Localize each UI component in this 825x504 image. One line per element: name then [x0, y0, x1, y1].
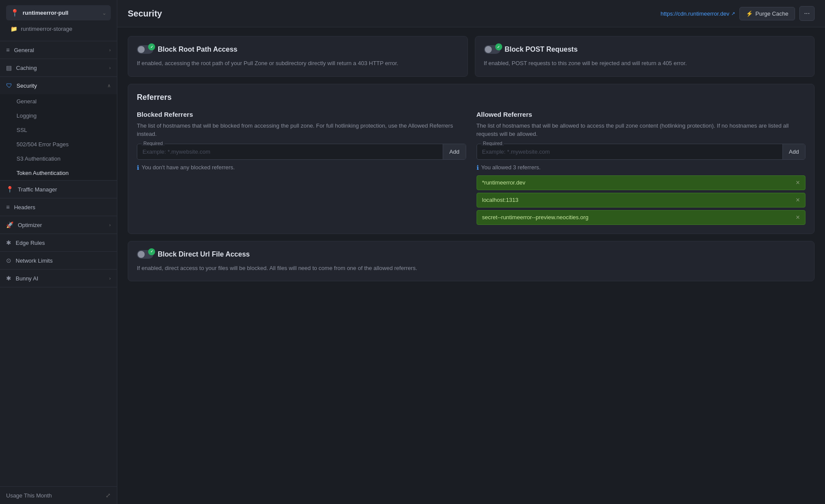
- referrers-title: Referrers: [137, 93, 805, 102]
- cdn-link-text: https://cdn.runtimeerror.dev: [661, 10, 729, 17]
- traffic-manager-icon: 📍: [6, 186, 13, 193]
- sidebar-item-general[interactable]: General: [0, 94, 117, 109]
- sidebar-item-error-pages[interactable]: 502/504 Error Pages: [0, 137, 117, 152]
- main-header: Security https://cdn.runtimeerror.dev ↗ …: [117, 0, 825, 27]
- info-icon-allowed: ℹ: [477, 164, 479, 171]
- nav-optimizer[interactable]: 🚀 Optimizer ›: [0, 216, 117, 234]
- block-post-title: Block POST Requests: [505, 46, 578, 53]
- referrer-tag-2-remove[interactable]: ×: [796, 214, 800, 221]
- block-post-header: ✓ Block POST Requests: [484, 45, 806, 54]
- nav-headers[interactable]: ≡ Headers: [0, 198, 117, 216]
- blocked-empty-message: ℹ You don't have any blocked referrers.: [137, 164, 466, 171]
- cdn-link[interactable]: https://cdn.runtimeerror.dev ↗: [661, 10, 735, 17]
- external-link-icon: ↗: [731, 11, 735, 16]
- nav-traffic-manager[interactable]: 📍 Traffic Manager: [0, 181, 117, 198]
- nav-optimizer-label: Optimizer: [18, 222, 105, 228]
- sidebar-item-logging[interactable]: Logging: [0, 109, 117, 123]
- referrer-tag-0-remove[interactable]: ×: [796, 179, 800, 186]
- page-title: Security: [128, 9, 162, 19]
- allowed-referrers-title: Allowed Referrers: [477, 111, 806, 118]
- allowed-input-label: Required: [481, 141, 504, 146]
- usage-expand-icon[interactable]: ⤢: [106, 492, 111, 499]
- blocked-referrers-col: Blocked Referrers The list of hostnames …: [137, 111, 466, 225]
- referrers-grid: Blocked Referrers The list of hostnames …: [137, 111, 805, 225]
- nav-network-limits-label: Network Limits: [16, 257, 53, 264]
- block-root-path-title: Block Root Path Access: [158, 46, 237, 53]
- referrer-tag-0: *runtimeerror.dev ×: [477, 175, 806, 190]
- nav-general-section: ≡ General ›: [0, 41, 117, 59]
- purge-cache-button[interactable]: ⚡ Purge Cache: [739, 7, 795, 20]
- nav-security[interactable]: 🛡 Security ∧: [0, 77, 117, 94]
- toggle-check-post-icon: ✓: [495, 43, 502, 50]
- nav-network-limits[interactable]: ⊙ Network Limits: [0, 252, 117, 270]
- general-nav-icon: ≡: [6, 46, 10, 53]
- allowed-add-button[interactable]: Add: [782, 144, 805, 159]
- nav-bunny-ai-label: Bunny AI: [16, 275, 105, 282]
- block-direct-url-title: Block Direct Url File Access: [158, 250, 250, 258]
- nav-traffic-manager-label: Traffic Manager: [18, 186, 57, 193]
- sidebar-item-s3-auth[interactable]: S3 Authentication: [0, 152, 117, 166]
- nav-bunny-ai[interactable]: ✱ Bunny AI ›: [0, 270, 117, 287]
- more-options-button[interactable]: ···: [799, 6, 815, 21]
- optimizer-icon: 🚀: [6, 221, 13, 228]
- network-limits-icon: ⊙: [6, 257, 11, 264]
- purge-cache-label: Purge Cache: [755, 10, 789, 17]
- block-direct-url-desc: If enabled, direct access to your files …: [137, 264, 805, 273]
- zone-icon: 📍: [10, 9, 19, 17]
- nav-security-section: 🛡 Security ∧ General Logging SSL 502/504…: [0, 77, 117, 181]
- nav-edge-rules-label: Edge Rules: [16, 240, 45, 246]
- folder-icon: 📁: [10, 26, 17, 32]
- security-sub-items: General Logging SSL 502/504 Error Pages …: [0, 94, 117, 180]
- blocked-referrers-title: Blocked Referrers: [137, 111, 466, 118]
- sidebar-item-ssl[interactable]: SSL: [0, 123, 117, 137]
- security-chevron-icon: ∧: [107, 83, 111, 89]
- referrer-tag-2: secret--runtimeerror--preview.neocities.…: [477, 210, 806, 225]
- general-chevron-icon: ›: [109, 47, 111, 53]
- main: Security https://cdn.runtimeerror.dev ↗ …: [117, 0, 825, 504]
- zone-selector[interactable]: 📍 runtimeerror-pull ⌄: [6, 5, 111, 20]
- bunny-ai-icon: ✱: [6, 275, 11, 282]
- blocked-referrer-input[interactable]: [137, 144, 443, 159]
- referrers-card: Referrers Blocked Referrers The list of …: [128, 84, 815, 234]
- allowed-referrer-input[interactable]: [477, 144, 782, 159]
- block-root-path-header: ✓ Block Root Path Access: [137, 45, 459, 54]
- block-post-desc: If enabled, POST requests to this zone w…: [484, 59, 806, 68]
- blocked-input-label: Required: [142, 141, 165, 146]
- zone-name: runtimeerror-pull: [23, 10, 99, 16]
- nav-general[interactable]: ≡ General ›: [0, 41, 117, 59]
- referrer-tag-1: localhost:1313 ×: [477, 193, 806, 208]
- blocked-referrers-input-group: Required Add: [137, 144, 466, 160]
- storage-item[interactable]: 📁 runtimeerror-storage: [6, 22, 111, 36]
- sidebar-header: 📍 runtimeerror-pull ⌄ 📁 runtimeerror-sto…: [0, 0, 117, 41]
- toggle-knob-post: [485, 46, 492, 53]
- block-direct-url-card: ✓ Block Direct Url File Access If enable…: [128, 241, 815, 282]
- blocked-empty-text: You don't have any blocked referrers.: [142, 164, 235, 171]
- info-icon-blocked: ℹ: [137, 164, 139, 171]
- nav-security-label: Security: [17, 82, 103, 89]
- sidebar: 📍 runtimeerror-pull ⌄ 📁 runtimeerror-sto…: [0, 0, 117, 504]
- allowed-referrers-col: Allowed Referrers The list of hostnames …: [477, 111, 806, 225]
- block-root-path-toggle-container: ✓: [137, 45, 153, 54]
- allowed-referrers-input-group: Required Add: [477, 144, 806, 160]
- block-post-card: ✓ Block POST Requests If enabled, POST r…: [475, 36, 815, 77]
- block-root-path-desc: If enabled, accessing the root path of y…: [137, 59, 459, 68]
- allowed-referrers-desc: The list of hostnames that will be allow…: [477, 122, 806, 138]
- blocked-add-button[interactable]: Add: [443, 144, 465, 159]
- block-direct-url-toggle-container: ✓: [137, 250, 153, 259]
- header-actions: https://cdn.runtimeerror.dev ↗ ⚡ Purge C…: [661, 6, 815, 21]
- caching-chevron-icon: ›: [109, 65, 111, 70]
- storage-name: runtimeerror-storage: [21, 26, 73, 32]
- caching-nav-icon: ▤: [6, 64, 12, 71]
- headers-icon: ≡: [6, 204, 10, 211]
- edge-rules-icon: ✱: [6, 239, 11, 246]
- allowed-count-message: ℹ You allowed 3 referrers.: [477, 164, 806, 171]
- top-cards-row: ✓ Block Root Path Access If enabled, acc…: [128, 36, 815, 77]
- nav-caching-section: ▤ Caching ›: [0, 59, 117, 77]
- nav-edge-rules[interactable]: ✱ Edge Rules: [0, 234, 117, 252]
- referrer-tag-1-remove[interactable]: ×: [796, 197, 800, 204]
- toggle-knob-direct: [138, 251, 145, 258]
- nav-caching[interactable]: ▤ Caching ›: [0, 59, 117, 76]
- block-post-toggle-container: ✓: [484, 45, 500, 54]
- nav-headers-label: Headers: [14, 204, 35, 211]
- sidebar-item-token-auth[interactable]: Token Authentication: [0, 166, 117, 180]
